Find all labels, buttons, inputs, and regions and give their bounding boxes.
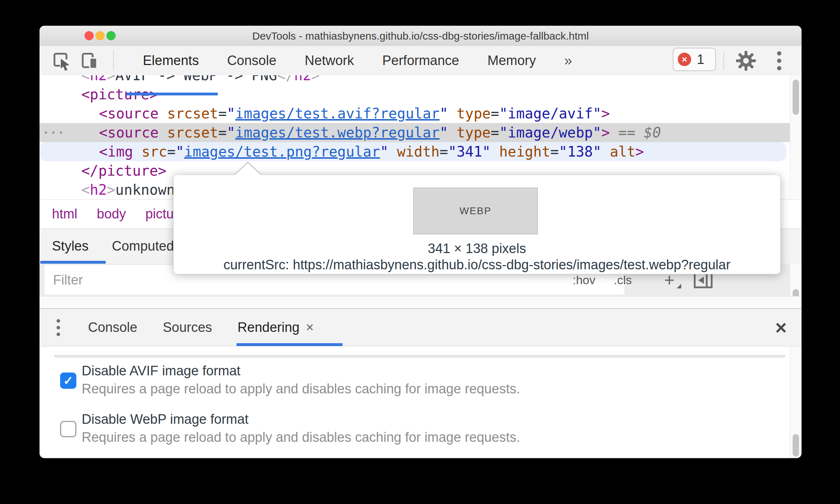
image-preview-tooltip: WEBP 341 × 138 pixels currentSrc: https:… (173, 175, 781, 274)
image-dimensions: 341 × 138 pixels (174, 241, 780, 256)
devtools-toolbar: Elements Console Network Performance Mem… (40, 46, 801, 76)
close-rendering-tab-icon[interactable]: × (306, 320, 314, 335)
disable-avif-checkbox[interactable]: ✓ (60, 373, 76, 389)
drawer-tab-sources[interactable]: Sources (163, 320, 212, 335)
breadcrumb-item-html[interactable]: html (52, 206, 77, 222)
inspect-element-icon[interactable] (52, 46, 71, 75)
window-title: DevTools - mathiasbynens.github.io/css-d… (40, 26, 801, 46)
panel-tab-strip: Elements Console Network Performance Mem… (143, 46, 572, 75)
image-current-src: currentSrc: https://mathiasbynens.github… (174, 257, 780, 272)
toolbar-divider-2 (723, 52, 724, 70)
tab-performance[interactable]: Performance (382, 53, 459, 68)
elements-scrollbar-track[interactable] (790, 75, 801, 199)
tab-console[interactable]: Console (227, 53, 276, 68)
line-img[interactable]: <img src="images/test.png?regular" width… (40, 142, 786, 161)
more-tabs-icon[interactable]: » (564, 53, 572, 69)
image-preview: WEBP (413, 188, 538, 234)
close-drawer-icon[interactable]: × (769, 309, 793, 346)
devtools-window: DevTools - mathiasbynens.github.io/css-d… (40, 26, 801, 458)
tab-styles[interactable]: Styles (52, 239, 88, 254)
tab-network[interactable]: Network (305, 53, 354, 68)
toggle-hover-state-button[interactable]: :hov (573, 273, 595, 287)
kebab-menu-icon[interactable] (777, 46, 781, 75)
drawer-tab-rendering[interactable]: Rendering (238, 320, 299, 335)
drawer-tab-bar: Console Sources Rendering × × (40, 308, 801, 346)
settings-gear-icon[interactable] (735, 46, 757, 75)
toggle-classes-button[interactable]: .cls (614, 273, 632, 287)
tab-computed[interactable]: Computed (112, 239, 174, 254)
disable-webp-checkbox[interactable] (60, 421, 76, 437)
toggle-device-toolbar-icon[interactable] (81, 46, 100, 75)
disable-avif-description: Requires a page reload to apply and disa… (82, 381, 520, 397)
elements-scrollbar-thumb[interactable] (793, 80, 799, 115)
tab-elements[interactable]: Elements (143, 53, 199, 68)
new-rule-dropdown-icon (677, 284, 681, 288)
toolbar-divider (113, 50, 114, 71)
title-bar: DevTools - mathiasbynens.github.io/css-d… (40, 26, 801, 46)
line-source-webp[interactable]: ···<source srcset="images/test.webp?regu… (40, 123, 790, 142)
error-count-badge[interactable]: × 1 (673, 48, 716, 71)
selected-tab-underline (127, 93, 218, 95)
drawer-tab-underline (237, 343, 343, 346)
disable-avif-label[interactable]: Disable AVIF image format (82, 363, 240, 379)
error-icon: × (678, 53, 691, 66)
rendering-scrollbar-thumb[interactable] (793, 434, 799, 457)
tab-memory[interactable]: Memory (488, 53, 536, 68)
drawer-tab-console[interactable]: Console (88, 320, 137, 335)
line-h2-top[interactable]: <h2>AVIF -> WebP -> PNG</h2> (40, 75, 790, 85)
rendering-scrollbar-track[interactable] (790, 346, 801, 458)
rendering-panel: ✓ Disable AVIF image format Requires a p… (40, 346, 790, 458)
filter-placeholder: Filter (53, 265, 83, 295)
line-source-avif[interactable]: <source srcset="images/test.avif?regular… (40, 104, 790, 123)
styles-tab-underline (40, 261, 106, 264)
error-count: 1 (697, 52, 704, 67)
drawer-kebab-menu-icon[interactable] (57, 309, 60, 346)
overflow-dots-icon[interactable]: ··· (42, 123, 64, 142)
styles-panel-empty-area (40, 296, 801, 309)
disable-webp-description: Requires a page reload to apply and disa… (82, 429, 520, 445)
breadcrumb-item-body[interactable]: body (97, 206, 126, 222)
disable-webp-label[interactable]: Disable WebP image format (82, 411, 249, 427)
section-divider (54, 355, 786, 358)
